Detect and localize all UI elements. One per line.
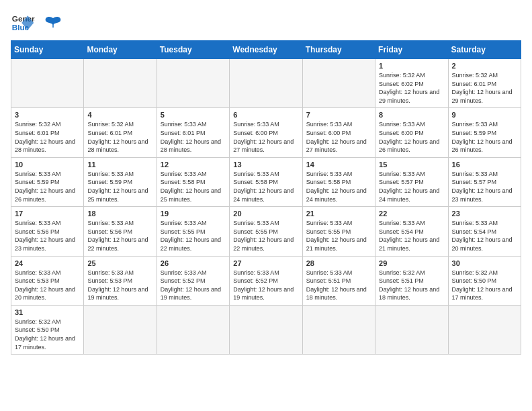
day-info: Sunrise: 5:32 AM Sunset: 5:50 PM Dayligh… <box>452 269 517 302</box>
day-number: 27 <box>233 259 298 267</box>
calendar-day-cell: 5Sunrise: 5:33 AM Sunset: 6:01 PM Daylig… <box>157 108 229 157</box>
logo: General Blue <box>11 11 63 35</box>
day-info: Sunrise: 5:33 AM Sunset: 5:52 PM Dayligh… <box>161 269 226 302</box>
day-number: 29 <box>379 259 444 267</box>
calendar-day-cell: 28Sunrise: 5:33 AM Sunset: 5:51 PM Dayli… <box>302 256 375 305</box>
day-info: Sunrise: 5:33 AM Sunset: 5:55 PM Dayligh… <box>233 219 298 253</box>
day-info: Sunrise: 5:33 AM Sunset: 5:57 PM Dayligh… <box>452 170 517 203</box>
calendar-header-row: SundayMondayTuesdayWednesdayThursdayFrid… <box>11 41 521 59</box>
calendar-day-cell: 9Sunrise: 5:33 AM Sunset: 5:59 PM Daylig… <box>448 108 521 157</box>
day-info: Sunrise: 5:33 AM Sunset: 5:59 PM Dayligh… <box>15 170 80 203</box>
page-header: General Blue <box>11 11 521 35</box>
day-number: 10 <box>15 161 80 169</box>
day-number: 9 <box>452 111 517 119</box>
calendar-week-row: 3Sunrise: 5:32 AM Sunset: 6:01 PM Daylig… <box>11 108 521 157</box>
calendar-day-cell: 12Sunrise: 5:33 AM Sunset: 5:58 PM Dayli… <box>157 157 229 206</box>
calendar-week-row: 24Sunrise: 5:33 AM Sunset: 5:53 PM Dayli… <box>11 256 521 305</box>
day-info: Sunrise: 5:33 AM Sunset: 6:00 PM Dayligh… <box>306 120 371 154</box>
calendar-day-cell: 15Sunrise: 5:33 AM Sunset: 5:57 PM Dayli… <box>375 157 448 206</box>
calendar-day-cell <box>157 59 229 108</box>
calendar-week-row: 17Sunrise: 5:33 AM Sunset: 5:56 PM Dayli… <box>11 207 521 256</box>
day-info: Sunrise: 5:33 AM Sunset: 6:00 PM Dayligh… <box>379 120 444 154</box>
day-info: Sunrise: 5:32 AM Sunset: 5:51 PM Dayligh… <box>379 269 444 302</box>
day-of-week-header: Monday <box>84 41 157 59</box>
day-number: 1 <box>379 62 444 70</box>
calendar-day-cell: 18Sunrise: 5:33 AM Sunset: 5:56 PM Dayli… <box>84 207 157 256</box>
day-number: 3 <box>15 111 80 119</box>
day-info: Sunrise: 5:32 AM Sunset: 6:01 PM Dayligh… <box>15 120 80 154</box>
calendar-day-cell: 30Sunrise: 5:32 AM Sunset: 5:50 PM Dayli… <box>448 256 521 305</box>
day-info: Sunrise: 5:33 AM Sunset: 5:56 PM Dayligh… <box>15 219 80 253</box>
day-of-week-header: Wednesday <box>230 41 302 59</box>
day-number: 31 <box>15 308 80 316</box>
day-info: Sunrise: 5:32 AM Sunset: 6:02 PM Dayligh… <box>379 71 444 105</box>
day-info: Sunrise: 5:33 AM Sunset: 6:00 PM Dayligh… <box>233 120 298 154</box>
calendar-day-cell: 22Sunrise: 5:33 AM Sunset: 5:54 PM Dayli… <box>375 207 448 256</box>
calendar-day-cell: 23Sunrise: 5:33 AM Sunset: 5:54 PM Dayli… <box>448 207 521 256</box>
day-info: Sunrise: 5:33 AM Sunset: 6:01 PM Dayligh… <box>161 120 226 154</box>
calendar-day-cell <box>448 305 521 354</box>
calendar-day-cell <box>302 59 375 108</box>
day-number: 11 <box>87 161 152 169</box>
day-number: 12 <box>161 161 226 169</box>
day-number: 8 <box>379 111 444 119</box>
calendar-day-cell: 20Sunrise: 5:33 AM Sunset: 5:55 PM Dayli… <box>230 207 302 256</box>
day-number: 6 <box>233 111 298 119</box>
day-number: 17 <box>15 210 80 218</box>
day-info: Sunrise: 5:33 AM Sunset: 5:56 PM Dayligh… <box>87 219 152 253</box>
calendar-day-cell: 17Sunrise: 5:33 AM Sunset: 5:56 PM Dayli… <box>11 207 84 256</box>
logo-icon: General Blue <box>11 11 35 35</box>
day-number: 16 <box>452 161 517 169</box>
day-number: 23 <box>452 210 517 218</box>
day-info: Sunrise: 5:32 AM Sunset: 6:01 PM Dayligh… <box>452 71 517 105</box>
calendar-day-cell: 31Sunrise: 5:32 AM Sunset: 5:50 PM Dayli… <box>11 305 84 354</box>
calendar-day-cell: 26Sunrise: 5:33 AM Sunset: 5:52 PM Dayli… <box>157 256 229 305</box>
calendar-day-cell: 21Sunrise: 5:33 AM Sunset: 5:55 PM Dayli… <box>302 207 375 256</box>
day-number: 21 <box>306 210 371 218</box>
day-of-week-header: Thursday <box>302 41 375 59</box>
day-info: Sunrise: 5:33 AM Sunset: 5:54 PM Dayligh… <box>379 219 444 253</box>
day-number: 18 <box>87 210 152 218</box>
calendar-day-cell <box>11 59 84 108</box>
calendar-day-cell <box>230 59 302 108</box>
day-of-week-header: Saturday <box>448 41 521 59</box>
day-number: 28 <box>306 259 371 267</box>
calendar-day-cell: 3Sunrise: 5:32 AM Sunset: 6:01 PM Daylig… <box>11 108 84 157</box>
day-of-week-header: Sunday <box>11 41 84 59</box>
day-number: 7 <box>306 111 371 119</box>
calendar-day-cell <box>157 305 229 354</box>
day-number: 14 <box>306 161 371 169</box>
day-number: 15 <box>379 161 444 169</box>
day-of-week-header: Tuesday <box>157 41 229 59</box>
calendar-day-cell <box>84 59 157 108</box>
day-info: Sunrise: 5:33 AM Sunset: 5:55 PM Dayligh… <box>161 219 226 253</box>
day-number: 4 <box>87 111 152 119</box>
calendar-day-cell: 13Sunrise: 5:33 AM Sunset: 5:58 PM Dayli… <box>230 157 302 206</box>
calendar-week-row: 31Sunrise: 5:32 AM Sunset: 5:50 PM Dayli… <box>11 305 521 354</box>
day-number: 2 <box>452 62 517 70</box>
calendar-day-cell: 1Sunrise: 5:32 AM Sunset: 6:02 PM Daylig… <box>375 59 448 108</box>
logo-bird-icon <box>43 13 63 33</box>
day-info: Sunrise: 5:33 AM Sunset: 5:52 PM Dayligh… <box>233 269 298 302</box>
day-info: Sunrise: 5:33 AM Sunset: 5:51 PM Dayligh… <box>306 269 371 302</box>
day-number: 30 <box>452 259 517 267</box>
calendar-day-cell <box>302 305 375 354</box>
day-info: Sunrise: 5:32 AM Sunset: 6:01 PM Dayligh… <box>87 120 152 154</box>
calendar-day-cell: 2Sunrise: 5:32 AM Sunset: 6:01 PM Daylig… <box>448 59 521 108</box>
calendar-day-cell: 10Sunrise: 5:33 AM Sunset: 5:59 PM Dayli… <box>11 157 84 206</box>
calendar-day-cell: 29Sunrise: 5:32 AM Sunset: 5:51 PM Dayli… <box>375 256 448 305</box>
day-info: Sunrise: 5:33 AM Sunset: 5:57 PM Dayligh… <box>379 170 444 203</box>
calendar-day-cell <box>84 305 157 354</box>
calendar-day-cell: 19Sunrise: 5:33 AM Sunset: 5:55 PM Dayli… <box>157 207 229 256</box>
calendar-day-cell: 25Sunrise: 5:33 AM Sunset: 5:53 PM Dayli… <box>84 256 157 305</box>
day-info: Sunrise: 5:32 AM Sunset: 5:50 PM Dayligh… <box>15 318 80 351</box>
day-info: Sunrise: 5:33 AM Sunset: 5:58 PM Dayligh… <box>306 170 371 203</box>
day-number: 19 <box>161 210 226 218</box>
day-info: Sunrise: 5:33 AM Sunset: 5:58 PM Dayligh… <box>233 170 298 203</box>
day-info: Sunrise: 5:33 AM Sunset: 5:54 PM Dayligh… <box>452 219 517 253</box>
day-info: Sunrise: 5:33 AM Sunset: 5:59 PM Dayligh… <box>87 170 152 203</box>
day-info: Sunrise: 5:33 AM Sunset: 5:53 PM Dayligh… <box>15 269 80 302</box>
calendar-day-cell: 24Sunrise: 5:33 AM Sunset: 5:53 PM Dayli… <box>11 256 84 305</box>
calendar-day-cell: 6Sunrise: 5:33 AM Sunset: 6:00 PM Daylig… <box>230 108 302 157</box>
calendar-day-cell: 27Sunrise: 5:33 AM Sunset: 5:52 PM Dayli… <box>230 256 302 305</box>
